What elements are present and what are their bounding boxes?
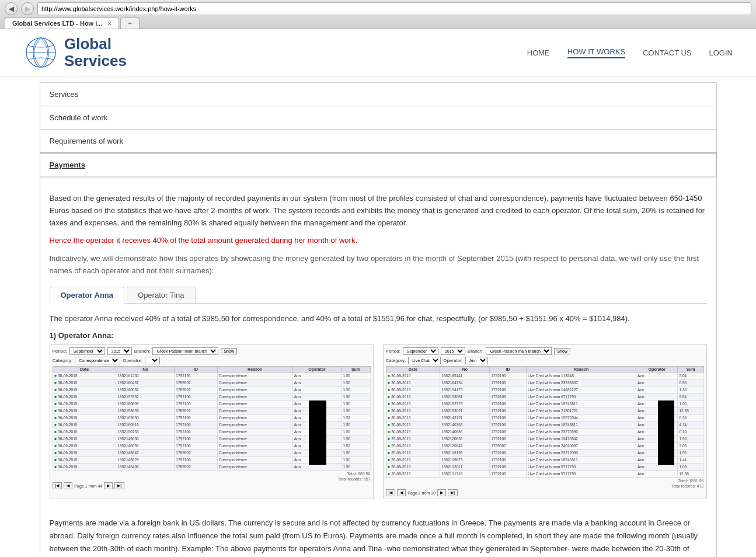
category-left[interactable]: Correspondence — [75, 357, 120, 364]
right-page-info: Page 2 from 30 — [407, 491, 436, 495]
table-row: ● 36-09-201518521578921792106Corresponde… — [53, 394, 370, 401]
tab-close-icon[interactable]: ✕ — [107, 20, 112, 27]
table-row: ● 30-09-201518521406861792106Live Chat w… — [386, 429, 703, 436]
table-row: ● 30-09-201518521530211792106Live Chat w… — [386, 408, 703, 415]
browser-toolbar: ◀ ▶ — [5, 2, 751, 15]
operator-label-left: Operator: — [123, 358, 142, 363]
left-page-last[interactable]: ▶| — [114, 482, 124, 489]
branch-label-right: Branch: — [468, 349, 484, 354]
col-date-left: Date — [53, 367, 116, 373]
table-row: ● 30-09-201518521421211792106Live Chat w… — [386, 415, 703, 422]
bottom-text: Payments are made via a foreign bank in … — [50, 517, 707, 557]
col-reason-left: Reason — [217, 367, 292, 373]
branch-label-left: Branch: — [134, 349, 151, 354]
bottom-section: Payments are made via a foreign bank in … — [50, 511, 707, 557]
forward-button[interactable]: ▶ — [21, 2, 34, 15]
col-no-left: No — [116, 367, 175, 373]
tab-operator-anna[interactable]: Operator Anna — [50, 287, 125, 304]
table-row: ● 30-09-201518521535811792106Live Chat w… — [386, 394, 703, 401]
payments-section: Based on the generated results of the ma… — [40, 177, 717, 557]
right-page-last[interactable]: ▶| — [448, 489, 458, 496]
privacy-block-right — [658, 401, 674, 465]
accordion-payments[interactable]: Payments — [40, 152, 717, 177]
left-page-prev[interactable]: |◀ — [53, 482, 62, 489]
address-bar[interactable] — [37, 2, 751, 15]
logo-line1: Global — [64, 36, 127, 53]
col-operator-right: Operator — [636, 367, 678, 373]
operator-select-right[interactable]: Ann — [465, 357, 488, 364]
table-row: ● 25-09-201518521206471789507Live Chat w… — [386, 443, 703, 450]
right-page-prev2[interactable]: ◀ — [397, 489, 406, 496]
left-page-next[interactable]: ▶ — [104, 482, 113, 489]
period-year-right[interactable]: 2015 — [441, 347, 465, 355]
col-sum-left: Sum — [342, 367, 370, 373]
highlight-text: Hence the operator it receives 40% of th… — [50, 235, 707, 247]
table-row: ● 25-09-201518521206361792106Live Chat w… — [386, 436, 703, 443]
page-header: Global Services HOME HOW IT WORKS CONTAC… — [0, 29, 756, 76]
accordion-label-requirements: Requirements of work — [50, 137, 123, 145]
period-label-left: Period: — [53, 349, 67, 354]
back-button[interactable]: ◀ — [5, 2, 18, 15]
table-row: ● 30-09-201518521612501792195Corresponde… — [53, 373, 370, 380]
table-row: ● 25-09-201518521196231792106Live Chat w… — [386, 457, 703, 464]
table-row: ● 30-09-201518521541751792106Live Chat w… — [386, 387, 703, 394]
browser-tab-active[interactable]: Global Services LTD - How i... ✕ — [5, 18, 119, 29]
url-input[interactable] — [41, 5, 747, 12]
accordion-schedule[interactable]: Schedule of work — [40, 106, 717, 129]
period-month-right[interactable]: September — [403, 347, 438, 355]
table-row: ● 25-09-201518521191931792106Live Chat w… — [386, 450, 703, 457]
accordion-label-services: Services — [50, 90, 79, 99]
operator-select-left[interactable] — [145, 357, 160, 364]
indicative-text: Indicatively, we will demonstrate how th… — [50, 253, 707, 277]
table-row: ● 30-09-201518521647341792105Live Chat w… — [386, 380, 703, 387]
branch-left[interactable]: Greek Passion main branch — [152, 347, 218, 355]
nav-login[interactable]: LOGIN — [709, 48, 733, 57]
table-row: ● 30-09-201518521651411792195Live Chat w… — [386, 373, 703, 380]
logo-line2: Services — [64, 53, 127, 69]
category-label-left: Category: — [53, 358, 73, 363]
left-page-info: Page 1 from 44 — [74, 484, 102, 488]
right-page-prev[interactable]: |◀ — [386, 489, 396, 496]
col-operator-left: Operator — [292, 367, 342, 373]
browser-tab-new[interactable]: + — [120, 18, 139, 29]
col-sum-right: Sum — [678, 367, 703, 373]
col-date-right: Date — [386, 367, 440, 373]
logo-area: Global Services — [23, 35, 127, 70]
col-id-right: ID — [490, 367, 527, 373]
right-table-records: Total records: 472 — [386, 484, 704, 488]
accordion-requirements[interactable]: Requirements of work — [40, 129, 717, 152]
logo-globe-icon — [23, 35, 58, 70]
col-no-right: No — [440, 367, 490, 373]
table-row: ● 36-09-201518521604571789507Corresponde… — [53, 380, 370, 387]
accordion-services[interactable]: Services — [40, 82, 717, 106]
livechat-table: Date No ID Reason Operator Sum ● 30-09-2… — [386, 366, 704, 478]
operator-label-right: Operator: — [443, 358, 463, 363]
branch-right[interactable]: Greek Passion main branch — [486, 347, 552, 355]
show-button-right[interactable]: Show — [554, 348, 570, 354]
operator-description: The operator Anna received 40% of a tota… — [50, 313, 707, 325]
category-right[interactable]: Live Chat — [408, 357, 441, 364]
period-label-right: Period: — [386, 349, 400, 354]
browser-tabs: Global Services LTD - How i... ✕ + — [5, 18, 751, 29]
accordion-label-schedule: Schedule of work — [50, 113, 108, 122]
right-page-next[interactable]: ▶ — [437, 489, 446, 496]
tab-operator-tina[interactable]: Operator Tina — [127, 287, 196, 303]
tab-label: Global Services LTD - How i... — [12, 20, 102, 27]
show-button-left[interactable]: Show — [221, 348, 237, 354]
period-year-left[interactable]: 2015 — [107, 347, 132, 355]
nav-contact-us[interactable]: CONTACT US — [643, 48, 691, 57]
left-pagination: |◀ ◀ Page 1 from 44 ▶ ▶| — [53, 482, 371, 489]
table-row: ● 30-09-201518521527751792106Live Chat w… — [386, 401, 703, 408]
nav-how-it-works[interactable]: HOW IT WORKS — [567, 47, 625, 58]
nav-home[interactable]: HOME — [527, 48, 550, 57]
operator-tabs: Operator Anna Operator Tina — [50, 287, 707, 304]
left-table-total: Total: 985.50 — [53, 472, 371, 476]
col-reason-right: Reason — [526, 367, 636, 373]
table-row: ● 36-09-201518521600521789507Corresponde… — [53, 387, 370, 394]
table-row: ● 28-09-201518521120111792106Live Chat w… — [386, 464, 703, 471]
left-page-prev2[interactable]: ◀ — [64, 482, 72, 489]
screenshot-right: Period: September 2015 Branch: Greek Pas… — [383, 344, 707, 499]
period-month-left[interactable]: September — [69, 347, 105, 355]
content-wrapper: Services Schedule of work Requirements o… — [28, 76, 729, 557]
screenshots-area: Period: September 2015 Branch: Greek Pas… — [50, 344, 707, 499]
